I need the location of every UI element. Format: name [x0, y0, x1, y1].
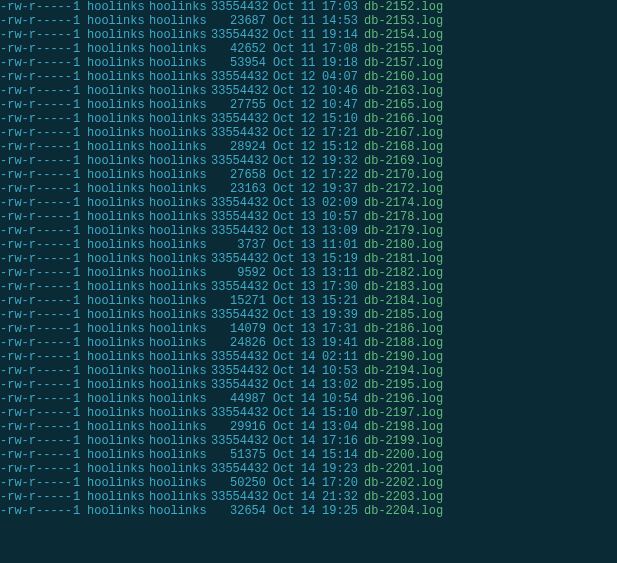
file-size: 33554432 [211, 490, 273, 504]
file-row: -rw-r-----1hoolinkshoolinks9592Oct1313:1… [0, 266, 617, 280]
file-links: 1 [73, 70, 87, 84]
file-group: hoolinks [149, 126, 211, 140]
file-row: -rw-r-----1hoolinkshoolinks33554432Oct11… [0, 0, 617, 14]
file-row: -rw-r-----1hoolinkshoolinks33554432Oct14… [0, 434, 617, 448]
file-month: Oct [273, 420, 301, 434]
file-day: 14 [301, 420, 322, 434]
file-day: 12 [301, 98, 322, 112]
file-size: 33554432 [211, 210, 273, 224]
file-links: 1 [73, 56, 87, 70]
file-row: -rw-r-----1hoolinkshoolinks33554432Oct12… [0, 126, 617, 140]
file-name: db-2201.log [364, 462, 443, 476]
file-owner: hoolinks [87, 476, 149, 490]
file-group: hoolinks [149, 84, 211, 98]
file-permissions: -rw-r----- [0, 448, 73, 462]
file-permissions: -rw-r----- [0, 308, 73, 322]
file-permissions: -rw-r----- [0, 280, 73, 294]
file-size: 33554432 [211, 252, 273, 266]
file-owner: hoolinks [87, 406, 149, 420]
file-permissions: -rw-r----- [0, 238, 73, 252]
file-name: db-2202.log [364, 476, 443, 490]
file-name: db-2196.log [364, 392, 443, 406]
terminal-output[interactable]: -rw-r-----1hoolinkshoolinks33554432Oct11… [0, 0, 617, 518]
file-month: Oct [273, 294, 301, 308]
file-group: hoolinks [149, 280, 211, 294]
file-month: Oct [273, 154, 301, 168]
file-permissions: -rw-r----- [0, 98, 73, 112]
file-size: 29916 [211, 420, 273, 434]
file-row: -rw-r-----1hoolinkshoolinks24826Oct1319:… [0, 336, 617, 350]
file-group: hoolinks [149, 98, 211, 112]
file-group: hoolinks [149, 154, 211, 168]
file-group: hoolinks [149, 406, 211, 420]
file-name: db-2183.log [364, 280, 443, 294]
file-links: 1 [73, 476, 87, 490]
file-owner: hoolinks [87, 434, 149, 448]
file-row: -rw-r-----1hoolinkshoolinks33554432Oct14… [0, 378, 617, 392]
file-owner: hoolinks [87, 336, 149, 350]
file-row: -rw-r-----1hoolinkshoolinks33554432Oct11… [0, 28, 617, 42]
file-month: Oct [273, 168, 301, 182]
file-permissions: -rw-r----- [0, 392, 73, 406]
file-day: 12 [301, 182, 322, 196]
file-size: 33554432 [211, 378, 273, 392]
file-time: 19:32 [322, 154, 364, 168]
file-row: -rw-r-----1hoolinkshoolinks33554432Oct13… [0, 280, 617, 294]
file-month: Oct [273, 112, 301, 126]
file-owner: hoolinks [87, 350, 149, 364]
file-day: 11 [301, 28, 322, 42]
file-permissions: -rw-r----- [0, 504, 73, 518]
file-month: Oct [273, 448, 301, 462]
file-name: db-2184.log [364, 294, 443, 308]
file-row: -rw-r-----1hoolinkshoolinks33554432Oct13… [0, 210, 617, 224]
file-size: 33554432 [211, 70, 273, 84]
file-permissions: -rw-r----- [0, 406, 73, 420]
file-links: 1 [73, 504, 87, 518]
file-owner: hoolinks [87, 490, 149, 504]
file-month: Oct [273, 182, 301, 196]
file-time: 19:25 [322, 504, 364, 518]
file-time: 19:37 [322, 182, 364, 196]
file-month: Oct [273, 476, 301, 490]
file-day: 13 [301, 294, 322, 308]
file-size: 14079 [211, 322, 273, 336]
file-owner: hoolinks [87, 168, 149, 182]
file-permissions: -rw-r----- [0, 28, 73, 42]
file-month: Oct [273, 322, 301, 336]
file-links: 1 [73, 406, 87, 420]
file-time: 17:31 [322, 322, 364, 336]
file-size: 15271 [211, 294, 273, 308]
file-name: db-2153.log [364, 14, 443, 28]
file-name: db-2180.log [364, 238, 443, 252]
file-size: 24826 [211, 336, 273, 350]
file-row: -rw-r-----1hoolinkshoolinks33554432Oct13… [0, 196, 617, 210]
file-group: hoolinks [149, 14, 211, 28]
file-name: db-2155.log [364, 42, 443, 56]
file-owner: hoolinks [87, 224, 149, 238]
file-name: db-2172.log [364, 182, 443, 196]
file-row: -rw-r-----1hoolinkshoolinks33554432Oct14… [0, 364, 617, 378]
file-size: 33554432 [211, 280, 273, 294]
file-day: 14 [301, 378, 322, 392]
file-month: Oct [273, 28, 301, 42]
file-name: db-2190.log [364, 350, 443, 364]
file-name: db-2174.log [364, 196, 443, 210]
file-row: -rw-r-----1hoolinkshoolinks27658Oct1217:… [0, 168, 617, 182]
file-size: 27658 [211, 168, 273, 182]
file-links: 1 [73, 196, 87, 210]
file-links: 1 [73, 420, 87, 434]
file-time: 15:19 [322, 252, 364, 266]
file-links: 1 [73, 448, 87, 462]
file-time: 10:46 [322, 84, 364, 98]
file-row: -rw-r-----1hoolinkshoolinks33554432Oct13… [0, 252, 617, 266]
file-links: 1 [73, 350, 87, 364]
file-day: 14 [301, 434, 322, 448]
file-permissions: -rw-r----- [0, 84, 73, 98]
file-permissions: -rw-r----- [0, 434, 73, 448]
file-permissions: -rw-r----- [0, 0, 73, 14]
file-permissions: -rw-r----- [0, 476, 73, 490]
file-group: hoolinks [149, 196, 211, 210]
file-month: Oct [273, 56, 301, 70]
file-group: hoolinks [149, 182, 211, 196]
file-month: Oct [273, 364, 301, 378]
